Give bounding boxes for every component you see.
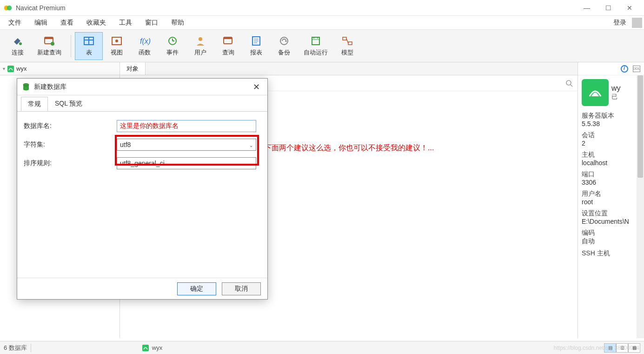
svg-point-2: [19, 42, 22, 45]
toolbar-view[interactable]: 视图: [103, 32, 131, 60]
menu-edit[interactable]: 编辑: [28, 17, 54, 29]
right-scrollbar[interactable]: [637, 75, 644, 338]
info-property: 端口3306: [582, 170, 644, 186]
toolbar-view-label: 视图: [111, 48, 123, 57]
prop-value: localhost: [582, 159, 644, 167]
svg-marker-23: [285, 40, 287, 42]
toolbar-user-label: 用户: [194, 48, 206, 57]
prop-label: 主机: [582, 151, 644, 159]
chevron-down-icon: ⌄: [249, 143, 253, 148]
svg-rect-38: [142, 345, 149, 351]
dialog-title: 新建数据库: [34, 83, 250, 91]
toolbar-connection[interactable]: 连接: [4, 32, 32, 60]
svg-rect-17: [224, 37, 232, 39]
svg-point-27: [317, 38, 318, 39]
svg-point-22: [280, 37, 288, 45]
prop-label: 服务器版本: [582, 112, 644, 120]
toolbar-report-label: 报表: [250, 48, 262, 57]
prop-label: 编码: [582, 229, 644, 237]
user-avatar-icon[interactable]: [632, 18, 642, 28]
prop-label: 会话: [582, 131, 644, 140]
toolbar-report[interactable]: 报表: [242, 32, 270, 60]
info-property: 编码自动: [582, 229, 644, 246]
info-property: 服务器版本5.5.38: [582, 112, 644, 127]
dialog-close-button[interactable]: ✕: [250, 82, 263, 92]
svg-rect-4: [45, 37, 53, 39]
svg-line-30: [346, 39, 348, 43]
charset-label: 字符集:: [24, 140, 117, 149]
toolbar-function[interactable]: f(x) 函数: [131, 32, 159, 60]
database-icon: [22, 83, 30, 91]
toolbar-backup[interactable]: 备份: [270, 32, 298, 60]
search-icon[interactable]: [565, 80, 573, 87]
app-logo-icon: [4, 4, 12, 12]
cancel-button[interactable]: 取消: [222, 282, 261, 295]
backup-icon: [278, 35, 291, 47]
toolbar-model-label: 模型: [341, 48, 353, 57]
maximize-button[interactable]: ☐: [598, 0, 619, 16]
prop-value: 5.5.38: [582, 120, 644, 127]
db-name-input[interactable]: [117, 120, 256, 132]
prop-value: 3306: [582, 179, 644, 186]
toolbar-user[interactable]: 用户: [186, 32, 214, 60]
charset-select[interactable]: utf8 ⌄: [117, 139, 256, 151]
query-icon: [222, 35, 235, 47]
info-property: 设置位置E:\Documents\N: [582, 209, 644, 225]
ok-button[interactable]: 确定: [177, 282, 216, 295]
svg-point-36: [566, 80, 571, 85]
tab-general[interactable]: 常规: [21, 97, 48, 112]
annotation-text: 下面两个建议这么选，你也可以不接受我的建议！...: [264, 143, 434, 153]
toolbar-table[interactable]: 表: [75, 32, 103, 60]
collation-select[interactable]: utf8_general_ci ⌄: [117, 157, 256, 169]
toolbar-table-label: 表: [86, 48, 92, 57]
login-link[interactable]: 登录: [610, 17, 630, 29]
toolbar-new-query-label: 新建查询: [37, 48, 61, 57]
toolbar-auto[interactable]: 自动运行: [298, 32, 333, 60]
main-toolbar: 连接 新建查询 表 视图 f(x) 函数 事件 用户 查询 报表 备份 自动运行: [0, 30, 644, 62]
tab-sql-preview[interactable]: SQL 预览: [48, 96, 89, 111]
connection-badge-icon: [582, 79, 609, 106]
toolbar-model[interactable]: 模型: [333, 32, 361, 60]
table-icon: [82, 35, 95, 47]
menu-tools[interactable]: 工具: [113, 17, 139, 29]
toolbar-event[interactable]: 事件: [159, 32, 186, 60]
menu-favorites[interactable]: 收藏夹: [80, 17, 113, 29]
tab-objects[interactable]: 对象: [120, 62, 146, 75]
chevron-down-icon: ⌄: [249, 161, 253, 167]
status-summary: 6 数据库: [4, 344, 27, 352]
status-connection: wyx: [142, 344, 162, 352]
menu-file[interactable]: 文件: [2, 17, 28, 29]
db-name-label: 数据库名:: [24, 122, 117, 130]
menu-window[interactable]: 窗口: [139, 17, 165, 29]
info-property: 主机localhost: [582, 151, 644, 167]
toolbar-query[interactable]: 查询: [214, 32, 242, 60]
svg-line-37: [571, 85, 572, 87]
new-database-dialog: 新建数据库 ✕ 常规 SQL 预览 数据库名: 字符集: utf8 ⌄ 排序规则…: [17, 78, 268, 300]
minimize-button[interactable]: ―: [576, 0, 598, 16]
prop-value: E:\Documents\N: [582, 218, 644, 225]
prop-label: 端口: [582, 170, 644, 179]
toolbar-separator: [71, 35, 71, 57]
menu-help[interactable]: 帮助: [165, 17, 191, 29]
ddl-icon[interactable]: DDL: [633, 66, 640, 72]
mysql-connection-icon: [7, 65, 14, 73]
prop-value: root: [582, 198, 644, 206]
function-icon: f(x): [138, 35, 151, 47]
info-property: SSH 主机: [582, 249, 644, 258]
window-titlebar: Navicat Premium ― ☐ ✕: [0, 0, 644, 16]
view-icon: [110, 35, 123, 47]
app-title: Navicat Premium: [16, 4, 576, 12]
new-query-icon: [43, 35, 56, 47]
prop-label: 设置位置: [582, 209, 644, 218]
menu-view[interactable]: 查看: [54, 17, 80, 29]
info-icon[interactable]: [621, 65, 628, 73]
close-window-button[interactable]: ✕: [619, 0, 640, 16]
svg-point-1: [7, 5, 12, 10]
connection-item[interactable]: ▾ wyx: [0, 62, 120, 75]
clock-icon: [166, 35, 179, 47]
svg-text:f(x): f(x): [140, 37, 151, 45]
report-icon: [250, 35, 263, 47]
connection-name: wyx: [16, 65, 27, 72]
mysql-icon: [142, 344, 149, 352]
toolbar-new-query[interactable]: 新建查询: [32, 32, 67, 60]
